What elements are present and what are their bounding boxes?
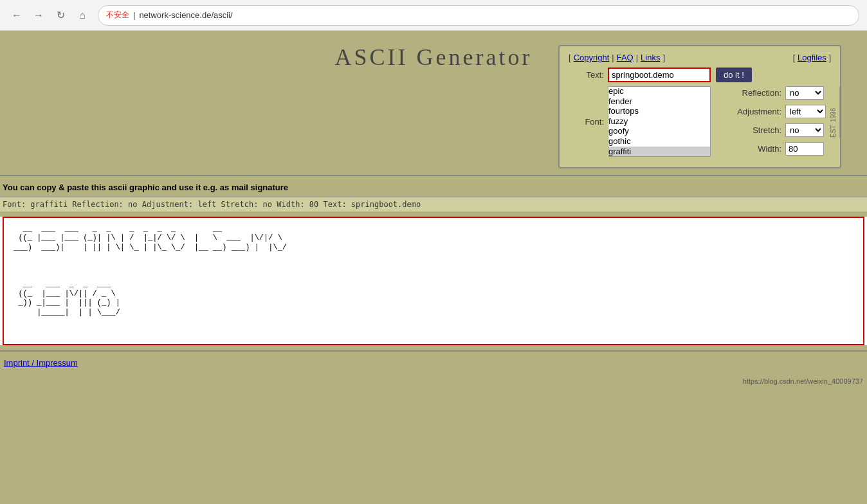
font-option-fender[interactable]: fender	[608, 96, 710, 107]
reload-button[interactable]: ↻	[51, 6, 69, 24]
address-bar[interactable]: 不安全 | network-science.de/ascii/	[98, 5, 859, 26]
font-option-goofy[interactable]: goofy	[608, 126, 710, 136]
forward-button[interactable]: →	[30, 6, 48, 24]
bracket-close: ]	[662, 53, 665, 62]
reflection-label: Reflection:	[724, 88, 781, 98]
font-section: Font: epic fender fourtops fuzzy goofy g…	[569, 86, 711, 161]
stretch-row: Stretch: no yes	[724, 123, 826, 137]
bracket-open: [	[569, 53, 571, 62]
width-row: Width:	[724, 142, 826, 156]
faq-link[interactable]: FAQ	[617, 53, 634, 62]
separator2: |	[636, 53, 638, 62]
browser-chrome: ← → ↻ ⌂ 不安全 | network-science.de/ascii/	[0, 0, 867, 31]
font-option-graffiti[interactable]: graffiti	[608, 147, 710, 157]
font-option-fourtops[interactable]: fourtops	[608, 106, 710, 116]
text-input[interactable]	[608, 68, 711, 82]
text-label: Text:	[569, 70, 604, 80]
font-label-row: Font: epic fender fourtops fuzzy goofy g…	[569, 86, 711, 157]
home-button[interactable]: ⌂	[73, 6, 91, 24]
logfiles-link[interactable]: Logfiles	[798, 53, 826, 62]
side-options: Reflection: no yes Adjustment: left cent…	[724, 86, 826, 161]
width-label: Width:	[724, 144, 781, 154]
meta-text: Font: graffiti Reflection: no Adjustment…	[3, 200, 421, 209]
font-row: Font: epic fender fourtops fuzzy goofy g…	[569, 86, 831, 161]
reflection-row: Reflection: no yes	[724, 86, 826, 100]
info-bar: You can copy & paste this ascii graphic …	[0, 175, 867, 197]
security-warning: 不安全	[106, 10, 129, 21]
text-row: Text: do it !	[569, 68, 831, 82]
reflection-select[interactable]: no yes	[785, 86, 824, 100]
separator1: |	[612, 53, 614, 62]
page-content: ASCII Generator [ Copyright | FAQ | Link…	[0, 31, 867, 504]
bottom-url: https://blog.csdn.net/weixin_40009737	[743, 377, 863, 385]
font-select[interactable]: epic fender fourtops fuzzy goofy gothic …	[608, 86, 711, 157]
ascii-wrapper: __ ___ ___ _ _ _ _ _ _ __ ((_ |___ |___ …	[0, 217, 867, 345]
stretch-select[interactable]: no yes	[785, 123, 824, 137]
meta-bar: Font: graffiti Reflection: no Adjustment…	[0, 197, 867, 212]
adjustment-select[interactable]: left center right	[785, 105, 826, 118]
panel-links-right: [ Logfiles ]	[793, 53, 831, 62]
copyright-link[interactable]: Copyright	[574, 53, 610, 62]
adjustment-label: Adjustment:	[724, 107, 781, 116]
info-bar-text: You can copy & paste this ascii graphic …	[3, 183, 288, 192]
ascii-art: __ ___ ___ _ _ _ _ _ _ __ ((_ |___ |___ …	[9, 224, 858, 326]
url-separator: |	[133, 10, 135, 20]
font-option-epic[interactable]: epic	[608, 86, 710, 96]
do-it-button[interactable]: do it !	[716, 68, 752, 82]
adjustment-row: Adjustment: left center right	[724, 105, 826, 118]
panel-links: [ Copyright | FAQ | Links ] [ Logfiles ]	[569, 53, 831, 62]
bracket-open2: [	[793, 53, 796, 62]
panel-links-left: [ Copyright | FAQ | Links ]	[569, 53, 665, 62]
ascii-art-container[interactable]: __ ___ ___ _ _ _ _ _ _ __ ((_ |___ |___ …	[3, 217, 864, 345]
nav-buttons: ← → ↻ ⌂	[8, 6, 91, 24]
url-text: network-science.de/ascii/	[139, 10, 232, 20]
est-label: EST. 1996	[830, 86, 840, 138]
stretch-label: Stretch:	[724, 125, 781, 135]
width-input[interactable]	[785, 142, 824, 156]
font-option-fuzzy[interactable]: fuzzy	[608, 116, 710, 127]
font-label: Font:	[569, 117, 604, 127]
control-panel: [ Copyright | FAQ | Links ] [ Logfiles ]…	[558, 45, 841, 168]
imprint-link[interactable]: Imprint / Impressum	[4, 358, 78, 368]
font-option-gothic[interactable]: gothic	[608, 136, 710, 147]
links-link[interactable]: Links	[641, 53, 660, 62]
bracket-close2: ]	[828, 53, 831, 62]
bottom-bar: https://blog.csdn.net/weixin_40009737	[0, 374, 867, 389]
footer-bar: Imprint / Impressum	[0, 350, 867, 374]
back-button[interactable]: ←	[8, 6, 26, 24]
